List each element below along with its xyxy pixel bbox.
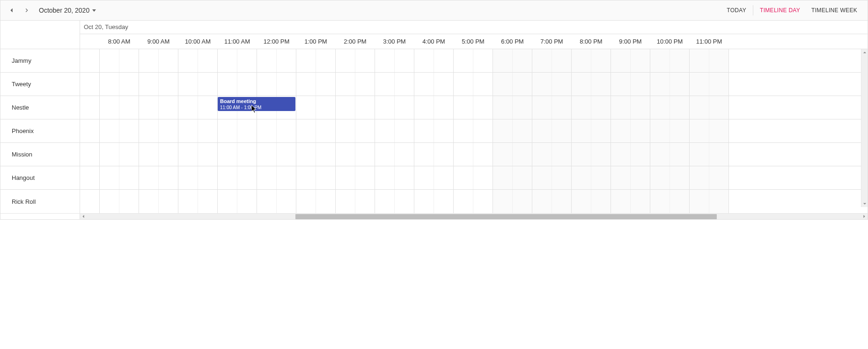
timeline-cell[interactable] [296,143,316,166]
timeline-cell[interactable] [178,166,198,189]
timeline-cell[interactable] [178,143,198,166]
timeline-cell[interactable] [473,190,493,213]
timeline-cell[interactable] [414,143,434,166]
resource-row[interactable]: Phoenix [0,119,80,143]
timeline-cell[interactable] [434,143,454,166]
timeline-cell[interactable] [631,190,650,213]
timeline-cell[interactable] [552,49,572,72]
timeline-cell[interactable] [296,119,316,142]
scroll-down-button[interactable] [861,200,868,207]
scroll-up-button[interactable] [861,49,868,56]
timeline-cell[interactable] [100,119,119,142]
timeline-cell[interactable] [631,73,650,96]
timeline-cell[interactable] [218,119,237,142]
timeline-cell[interactable] [631,49,650,72]
timeline-cell[interactable] [650,73,670,96]
timeline-cell[interactable] [375,119,395,142]
timeline-cell[interactable] [198,119,218,142]
timeline-cell[interactable] [198,49,218,72]
timeline-cell[interactable] [296,166,316,189]
timeline-cell[interactable] [277,49,296,72]
timeline-cell[interactable] [159,143,178,166]
timeline-cell[interactable] [709,166,729,189]
timeline-cell[interactable] [650,166,670,189]
timeline-cell[interactable] [395,190,414,213]
timeline-cell[interactable] [473,119,493,142]
timeline-cell[interactable] [591,190,611,213]
timeline-cell[interactable] [159,166,178,189]
timeline-cell[interactable] [237,49,257,72]
timeline-cell[interactable] [513,166,532,189]
timeline-cell[interactable] [434,96,454,119]
timeline-cell[interactable] [552,190,572,213]
timeline-cell[interactable] [670,119,690,142]
timeline-cell[interactable] [296,73,316,96]
timeline-cell[interactable] [670,143,690,166]
timeline-cell[interactable] [80,190,100,213]
horizontal-scrollbar[interactable] [0,213,868,219]
timeline-cell[interactable] [690,143,709,166]
timeline-cell[interactable] [257,190,277,213]
timeline-cell[interactable] [552,143,572,166]
timeline-cell[interactable] [513,96,532,119]
timeline-cell[interactable] [139,96,159,119]
event[interactable]: Board meeting11:00 AM - 1:00 PM [218,97,295,111]
timeline-cell[interactable] [513,119,532,142]
timeline-cell[interactable] [375,73,395,96]
timeline-cell[interactable] [591,73,611,96]
timeline-cell[interactable] [631,96,650,119]
timeline-cell[interactable] [336,190,355,213]
prev-button[interactable] [5,4,18,17]
timeline-cell[interactable] [552,73,572,96]
timeline-cell[interactable] [532,166,552,189]
timeline-cell[interactable] [414,166,434,189]
timeline-cell[interactable] [709,143,729,166]
timeline-cell[interactable] [709,73,729,96]
timeline-cell[interactable] [139,190,159,213]
timeline-cell[interactable] [572,190,591,213]
hscroll-track[interactable] [87,214,861,219]
timeline-cell[interactable] [119,73,139,96]
timeline-cell[interactable] [119,119,139,142]
timeline-cell[interactable] [493,190,513,213]
timeline-row[interactable] [80,119,868,143]
timeline-cell[interactable] [100,166,119,189]
timeline-cell[interactable] [591,143,611,166]
timeline-cell[interactable] [198,190,218,213]
timeline-cell[interactable] [139,166,159,189]
timeline-cell[interactable] [611,49,631,72]
timeline-cell[interactable] [572,119,591,142]
timeline-cell[interactable] [395,166,414,189]
timeline-cell[interactable] [690,96,709,119]
timeline-cell[interactable] [690,166,709,189]
timeline-cell[interactable] [395,143,414,166]
timeline-cell[interactable] [454,119,473,142]
timeline-cell[interactable] [100,73,119,96]
timeline-cell[interactable] [119,96,139,119]
timeline-cell[interactable] [218,73,237,96]
timeline-cell[interactable] [355,166,375,189]
timeline-cell[interactable] [611,190,631,213]
timeline-cell[interactable] [198,96,218,119]
timeline-cell[interactable] [355,96,375,119]
timeline-cell[interactable] [513,73,532,96]
timeline-cell[interactable] [650,143,670,166]
timeline-cell[interactable] [709,96,729,119]
timeline-cell[interactable] [493,96,513,119]
timeline-cell[interactable] [709,119,729,142]
timeline-cell[interactable] [316,49,336,72]
timeline-row[interactable] [80,166,868,190]
timeline-cell[interactable] [670,49,690,72]
timeline-cell[interactable] [611,166,631,189]
timeline-cell[interactable] [119,166,139,189]
timeline-cell[interactable] [139,119,159,142]
timeline-cell[interactable] [277,190,296,213]
timeline-cell[interactable] [690,49,709,72]
timeline-cell[interactable] [80,73,100,96]
timeline-cell[interactable] [473,96,493,119]
timeline-cell[interactable] [611,96,631,119]
timeline-cell[interactable] [257,73,277,96]
timeline-cell[interactable] [532,190,552,213]
timeline-cell[interactable] [532,49,552,72]
timeline-cell[interactable] [611,73,631,96]
